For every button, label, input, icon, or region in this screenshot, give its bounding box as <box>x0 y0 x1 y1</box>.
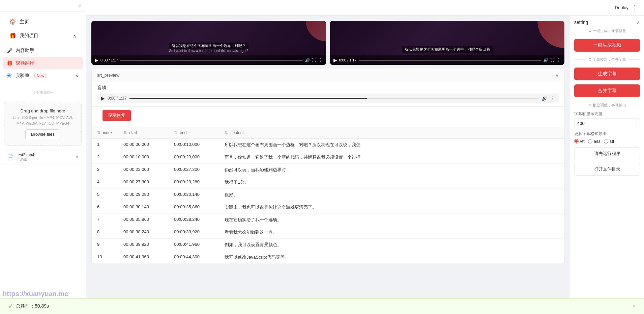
format-stl-radio[interactable] <box>604 139 608 143</box>
video-box-2: 所以我想在这个画布周围画一个边框，对吧？所以我 ▶ 0:00 / 1:17 🔊 … <box>330 21 565 65</box>
audio-more-icon[interactable]: ⋮ <box>550 96 555 101</box>
drop-zone[interactable]: Drag and drop file here Limit 50GB per f… <box>4 102 82 146</box>
cell-end: 00:00:27,300 <box>169 164 219 176</box>
generate-subtitle-button[interactable]: 生成字幕 <box>574 68 640 80</box>
audio-play-icon[interactable]: ▶ <box>101 96 105 101</box>
generate-video-button[interactable]: 一键生成视频 <box>574 39 640 52</box>
cell-start: 00:00:29,280 <box>118 189 169 201</box>
notification-close-icon[interactable]: × <box>633 303 636 309</box>
audio-progress[interactable] <box>129 98 539 99</box>
cell-end: 00:00:29,280 <box>169 176 219 189</box>
srt-panel: srt_preview ∧ 音轨 ▶ 0:00 / 1:17 🔊 ⋮ <box>91 69 564 264</box>
setting-collapse-icon[interactable]: ∧ <box>637 20 640 25</box>
th-content-icon: ⇅ <box>225 130 228 135</box>
open-directory-button[interactable]: 打开文件目录 <box>574 163 640 176</box>
format-vtt-radio[interactable] <box>574 139 579 143</box>
run-first-button[interactable]: 请先运行程序 <box>574 147 640 160</box>
video-translate-icon: 🎁 <box>7 60 12 66</box>
video-volume-icon-2[interactable]: 🔊 <box>543 58 548 62</box>
video-play-icon-2[interactable]: ▶ <box>333 57 337 63</box>
video-more-icon-1[interactable]: ⋮ <box>318 57 323 63</box>
video-volume-icon-1[interactable]: 🔊 <box>305 58 310 62</box>
notification-content: ✓ 总耗时：50.89s <box>8 303 49 310</box>
new-badge: New <box>34 73 47 78</box>
audio-volume-icon[interactable]: 🔊 <box>541 96 547 101</box>
table-header-row: ⇅ index ⇅ start ⇅ end <box>92 127 564 139</box>
subtitle-height-label: 字幕轴显示高度 <box>574 111 640 117</box>
sidebar-item-home[interactable]: 🏠 主页 <box>3 15 83 28</box>
divider-line-right-2 <box>628 59 640 60</box>
sidebar-divider-text: 没有更多啦~ <box>32 90 53 95</box>
sidebar: × 🏠 主页 🎁 我的项目 ∧ 🎤 内容助手 🎁 视频翻译 ⚗️ 实 <box>0 0 86 314</box>
browse-files-button[interactable]: Browse files <box>25 129 60 139</box>
audio-section: 音轨 ▶ 0:00 / 1:17 🔊 ⋮ <box>92 81 564 107</box>
video-controls-1: ▶ 0:00 / 1:17 🔊 ⛶ ⋮ <box>91 55 326 65</box>
subtitle-height-increment[interactable]: + <box>637 119 640 128</box>
divider-line-left-2 <box>574 59 586 60</box>
notification-bar: ✓ 总耗时：50.89s × <box>0 298 644 314</box>
table-row: 9 00:00:39,920 00:00:41,960 例如，我可以设置背景颜色… <box>92 239 564 251</box>
video-box-1: 所以我想在这个画布周围画一个边界，对吧？ So I want to draw a… <box>91 21 326 65</box>
cell-start: 00:00:41,960 <box>118 251 169 264</box>
gear-icon-1: ⚙ <box>588 29 592 33</box>
cell-content: 我可以修改JavaScript代码等等。 <box>219 251 564 264</box>
format-ass-label[interactable]: ass <box>588 139 601 144</box>
video-row: 所以我想在这个画布周围画一个边界，对吧？ So I want to draw a… <box>91 21 564 65</box>
video-time-2: 0:00 / 1:17 <box>339 58 357 62</box>
cell-index: 7 <box>92 214 118 226</box>
home-icon: 🏠 <box>9 19 16 25</box>
cell-end: 00:00:44,300 <box>169 251 219 264</box>
table-row: 5 00:00:29,280 00:00:30,140 很好。 <box>92 189 564 201</box>
show-restore-button[interactable]: 显示恢复 <box>103 110 131 121</box>
cell-content: 我得了1分。 <box>219 176 564 189</box>
th-index: ⇅ index <box>92 127 118 139</box>
divider-text-2: ⚙ 字幕校对，合并字幕 <box>588 57 626 62</box>
th-index-label: index <box>103 130 113 135</box>
sidebar-header: × <box>0 0 86 12</box>
video-more-icon-2[interactable]: ⋮ <box>556 57 561 63</box>
video-fullscreen-icon-2[interactable]: ⛶ <box>550 58 554 62</box>
deploy-button[interactable]: Deploy <box>615 5 628 10</box>
format-radio-group: vtt ass stl <box>574 139 640 144</box>
subtitle-height-field[interactable] <box>575 119 637 128</box>
file-size: 4.8MB <box>17 157 73 161</box>
format-vtt-text: vtt <box>580 139 585 144</box>
sidebar-item-content-assistant[interactable]: 🎤 内容助手 <box>3 45 83 57</box>
thumb-accent-2 <box>537 21 564 48</box>
file-remove-icon[interactable]: × <box>76 154 79 160</box>
subtitle-table: ⇅ index ⇅ start ⇅ end <box>92 127 564 264</box>
gear-icon-2: ⚙ <box>588 57 592 62</box>
chevron-up-icon: ∧ <box>73 33 76 38</box>
file-item: 📄 test2.mp4 4.8MB × <box>3 150 83 164</box>
sidebar-item-video-translate[interactable]: 🎁 视频翻译 <box>3 57 83 69</box>
sidebar-item-lab[interactable]: ⚗️ 实验室 New ∨ <box>3 70 83 82</box>
sidebar-item-my-project[interactable]: 🎁 我的项目 ∧ <box>3 29 83 42</box>
cell-end: 00:00:23,000 <box>169 151 219 164</box>
cell-start: 00:00:10,000 <box>118 151 169 164</box>
th-start: ⇅ start <box>118 127 169 139</box>
merge-subtitle-button[interactable]: 合并字幕 <box>574 84 640 97</box>
th-start-label: start <box>129 130 137 135</box>
table-row: 1 00:00:00,000 00:00:10,000 所以我想在这个画布周围画… <box>92 139 564 151</box>
video-controls-2: ▶ 0:00 / 1:17 🔊 ⛶ ⋮ <box>330 55 565 65</box>
table-head: ⇅ index ⇅ start ⇅ end <box>92 127 564 139</box>
format-vtt-label[interactable]: vtt <box>574 139 585 144</box>
format-ass-radio[interactable] <box>588 139 592 143</box>
th-index-icon: ⇅ <box>97 130 100 135</box>
srt-header: srt_preview ∧ <box>92 69 564 81</box>
video-progress-2[interactable] <box>359 60 541 61</box>
cell-index: 10 <box>92 251 118 264</box>
sidebar-close-icon[interactable]: × <box>79 3 82 9</box>
topbar: Deploy ⋮ <box>86 0 644 16</box>
more-options-icon[interactable]: ⋮ <box>631 4 637 11</box>
file-name: test2.mp4 <box>17 153 73 157</box>
video-progress-1[interactable] <box>120 60 303 61</box>
format-stl-label[interactable]: stl <box>604 139 614 144</box>
sidebar-item-video-translate-label: 视频翻译 <box>16 60 34 66</box>
cell-end: 00:00:41,960 <box>169 239 219 251</box>
srt-collapse-icon[interactable]: ∧ <box>555 73 559 78</box>
video-play-icon-1[interactable]: ▶ <box>95 57 98 63</box>
video-fullscreen-icon-1[interactable]: ⛶ <box>312 58 316 62</box>
sidebar-item-lab-label: 实验室 <box>16 73 30 79</box>
mic-icon: 🎤 <box>7 48 12 53</box>
